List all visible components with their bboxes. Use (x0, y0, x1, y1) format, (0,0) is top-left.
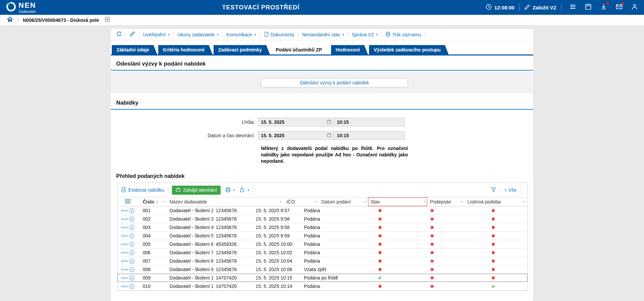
filter-caret-icon[interactable]: ▾ (280, 200, 281, 203)
edit-button[interactable] (130, 31, 135, 38)
deadline-time-field[interactable]: 10:15 (334, 118, 405, 126)
cell-datum-podani: 15. 5. 2025 10:14 (253, 284, 301, 289)
cell-flag-3: ✖ (459, 233, 527, 238)
breadcrumb-record[interactable]: N006/25/V00004673 - Disková pole (23, 17, 99, 23)
filter-caret-icon[interactable]: ▾ (315, 200, 316, 203)
view-all-button[interactable]: ▾ Vše (504, 187, 516, 193)
table-row[interactable]: i 004 Dodavatel - školení 5 12345678 15.… (118, 232, 527, 240)
cell-ico: 12345678 (213, 233, 253, 238)
grid-export-button[interactable]: ▾ (239, 187, 249, 193)
column-header[interactable]: Listinná podoba ▾ (465, 197, 527, 206)
column-header[interactable]: Číslo ↑ ▾ (138, 197, 167, 206)
calendar-icon (585, 3, 592, 11)
tab[interactable]: Hodnocení (331, 45, 368, 54)
column-header[interactable]: IČO ▾ (284, 197, 319, 206)
filter-button[interactable] (491, 187, 496, 193)
row-actions-icon[interactable] (121, 252, 128, 254)
row-actions-icon[interactable] (121, 218, 128, 220)
refresh-button[interactable] (116, 31, 122, 38)
filter-caret-icon[interactable]: ▾ (163, 200, 165, 203)
info-icon[interactable]: i (129, 217, 134, 222)
start-opening-button[interactable]: Zahájit otevírání (172, 186, 220, 195)
cell-flag-3: ✖ (459, 208, 527, 213)
column-header[interactable]: Stav ▾ (368, 197, 427, 206)
info-icon[interactable]: i (129, 225, 134, 230)
row-actions-icon[interactable] (121, 260, 128, 262)
info-icon[interactable]: i (129, 284, 134, 289)
record-toolbar-item[interactable]: Tisk záznamu (385, 32, 421, 38)
downloads-button[interactable] (600, 3, 607, 11)
info-icon[interactable]: i (129, 267, 134, 272)
table-row[interactable]: i 003 Dodavatel - školení 4 12345678 15.… (118, 223, 527, 232)
cell-flag-3: ✖ (459, 275, 527, 280)
row-actions-icon[interactable] (121, 277, 128, 279)
send-invite-button[interactable]: Odeslání výzvy k podání nabídek (261, 78, 408, 87)
record-toolbar-item[interactable]: Úkony zadavatele ▾ (177, 32, 219, 37)
cell-datum-podani: 15. 5. 2025 9:58 (253, 216, 301, 222)
record-toolbar-item[interactable]: Nestandardní stav ▾ (302, 32, 344, 37)
calendar-button[interactable] (585, 3, 592, 11)
grid-print-button[interactable]: ▾ (225, 187, 235, 193)
tab[interactable]: Základní údaje (112, 45, 157, 54)
table-row[interactable]: i 009 Dodavatel - školení 10 14707420 15… (118, 274, 527, 282)
register-bid-button[interactable]: Evidovat nabídku (121, 187, 164, 193)
filter-caret-icon[interactable]: ▾ (423, 200, 425, 203)
invite-band: Odeslání výzvy k podání nabídek (111, 72, 533, 93)
table-row[interactable]: i 010 Dodavatel - školení 10 14707420 15… (118, 282, 527, 291)
info-icon[interactable]: i (129, 208, 134, 213)
table-row[interactable]: i 005 Dodavatel - školení 6 45359326 15.… (118, 240, 527, 249)
table-row[interactable]: i 008 Dodavatel - školení 9 12345678 15.… (118, 265, 527, 274)
table-row[interactable]: i 001 Dodavatel - školení 2 12345678 15.… (118, 206, 527, 215)
table-row[interactable]: i 006 Dodavatel - školení 7 12345678 15.… (118, 249, 527, 257)
close-record-button[interactable] (104, 16, 110, 24)
tab[interactable]: Podání účastníků ZP (271, 45, 330, 54)
logo-subtitle: Zadavatel (18, 10, 36, 13)
cell-datum-podani: 15. 5. 2025 10:06 (253, 267, 301, 272)
tab[interactable]: Výsledek zadávacího postupu (369, 45, 449, 54)
opening-time-field[interactable]: 10:15 (334, 131, 405, 140)
row-actions-icon[interactable] (121, 286, 128, 287)
record-toolbar-item[interactable]: Dokumenty (264, 32, 294, 38)
column-settings-button[interactable] (118, 197, 138, 206)
filter-caret-icon[interactable]: ▾ (364, 200, 366, 203)
filter-caret-icon[interactable]: ▾ (524, 200, 525, 203)
info-icon[interactable]: i (129, 259, 134, 264)
filter-caret-icon[interactable]: ▾ (461, 200, 462, 203)
info-icon[interactable]: i (129, 250, 134, 255)
cell-dodavatel: Dodavatel - školení 7 (167, 250, 213, 255)
column-header[interactable]: Podepsán ▾ (427, 197, 465, 206)
info-icon[interactable]: i (129, 242, 134, 247)
clock-icon (486, 4, 492, 11)
column-header[interactable]: Název dodavatele ▾ (167, 197, 284, 206)
user-button[interactable] (631, 3, 638, 11)
tab[interactable]: Kritéria hodnocení (158, 45, 213, 54)
row-actions-icon[interactable] (121, 269, 128, 270)
toolbar-item-label: Správa VZ (352, 32, 374, 37)
bids-grid: Evidovat nabídku Zahájit otevírání ▾ ▾ (117, 183, 528, 291)
info-icon[interactable]: i (129, 233, 134, 238)
menu-button[interactable] (569, 3, 576, 11)
row-actions-icon[interactable] (121, 227, 128, 228)
table-row[interactable]: i 007 Dodavatel - školení 8 12345678 15.… (118, 257, 527, 265)
row-actions-icon[interactable] (121, 243, 128, 245)
record-toolbar-item[interactable]: Správa VZ ▾ (352, 32, 378, 37)
cell-cislo: 004 (138, 233, 167, 238)
nen-logo[interactable]: NEN Zadavatel (6, 2, 36, 13)
tab-label: Podání účastníků ZP (276, 47, 322, 52)
row-actions-icon[interactable] (121, 235, 128, 237)
cell-flag-3: ✖ (459, 250, 527, 255)
opening-date-field[interactable]: 15. 5. 2025 (258, 131, 334, 140)
deadline-date-field[interactable]: 15. 5. 2025 (258, 118, 334, 126)
messages-button[interactable] (616, 3, 623, 11)
table-row[interactable]: i 002 Dodavatel - školení 3 12345678 15.… (118, 215, 527, 223)
record-toolbar-item[interactable]: Komunikace ▾ (226, 32, 256, 37)
info-icon[interactable]: i (129, 275, 134, 280)
record-toolbar-item[interactable]: Uveřejnění ▾ (143, 32, 170, 37)
row-actions-icon[interactable] (121, 210, 128, 212)
create-vz-button[interactable]: Založit VZ (524, 4, 556, 11)
home-button[interactable] (7, 16, 13, 24)
printer-icon (225, 187, 231, 193)
section-title-bids: Nabídky (111, 93, 533, 109)
tab[interactable]: Zadávací podmínky (214, 45, 270, 54)
column-header[interactable]: Datum podání ▾ (319, 197, 368, 206)
